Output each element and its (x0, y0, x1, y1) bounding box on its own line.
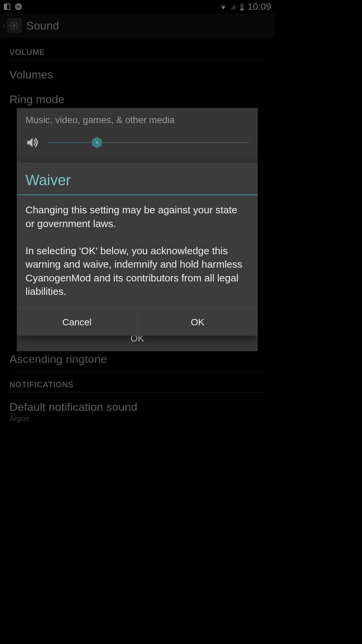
clock: 10:09 (248, 1, 271, 12)
svg-point-2 (15, 3, 22, 10)
settings-icon (7, 18, 21, 33)
section-header-notifications: NOTIFICATIONS (9, 373, 265, 392)
volume-category-label: Music, video, games, & other media (25, 115, 249, 125)
ok-button[interactable]: OK (137, 309, 258, 336)
svg-point-8 (13, 24, 15, 27)
svg-text:?: ? (233, 6, 235, 9)
signal-unknown-icon: ? (229, 3, 236, 10)
svg-line-16 (16, 22, 17, 24)
waiver-body: Changing this setting may be against you… (17, 195, 258, 309)
status-bar: ? 20 10:09 (0, 0, 275, 13)
slider-fill (49, 142, 97, 143)
wifi-icon (220, 3, 227, 10)
svg-rect-6 (240, 9, 244, 10)
media-volume-slider[interactable] (49, 136, 249, 149)
svg-rect-5 (241, 3, 243, 4)
back-chevron-icon[interactable]: ‹ (3, 21, 5, 30)
battery-icon: 20 (238, 3, 246, 10)
waiver-title: Waiver (17, 162, 258, 195)
list-item-volumes[interactable]: Volumes (9, 60, 265, 88)
svg-line-13 (11, 22, 12, 24)
speaker-icon (25, 136, 40, 150)
recent-apps-icon (3, 3, 11, 10)
svg-rect-1 (4, 4, 7, 10)
svg-line-14 (16, 27, 17, 29)
svg-rect-0 (4, 4, 10, 10)
waiver-dialog: Waiver Changing this setting may be agai… (17, 162, 258, 336)
svg-rect-4 (240, 4, 244, 10)
svg-line-15 (11, 27, 12, 29)
cancel-button[interactable]: Cancel (17, 309, 137, 336)
spotify-icon (15, 3, 22, 10)
section-header-volume: VOLUME (9, 40, 265, 60)
page-title: Sound (26, 19, 59, 32)
list-item-default-notification[interactable]: Default notification sound Argon (9, 392, 265, 430)
slider-thumb[interactable] (91, 137, 103, 148)
list-item-ring-mode[interactable]: Ring mode (9, 88, 265, 110)
action-bar[interactable]: ‹ Sound (0, 13, 275, 38)
svg-text:20: 20 (240, 5, 243, 8)
